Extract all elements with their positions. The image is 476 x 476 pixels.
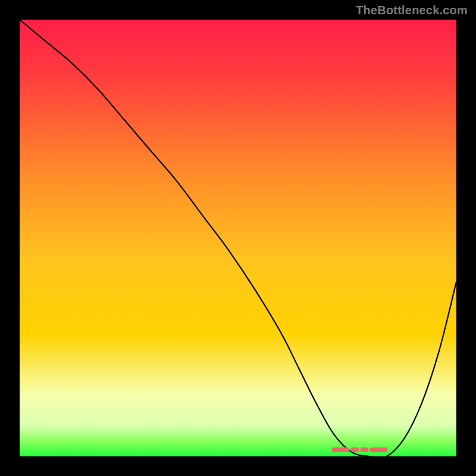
- watermark-text: TheBottleneck.com: [356, 4, 468, 17]
- chart-container: TheBottleneck.com: [0, 0, 476, 476]
- plot-area: [20, 20, 456, 456]
- bottleneck-chart: [0, 0, 476, 476]
